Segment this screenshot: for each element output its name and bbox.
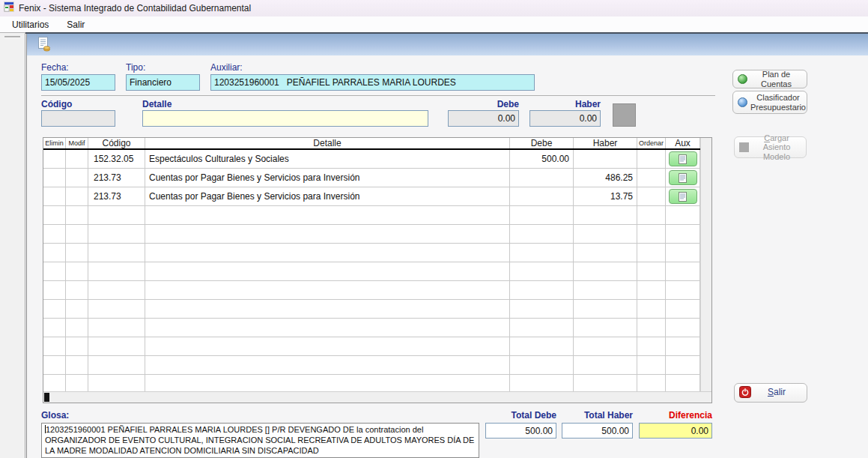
menu-item-utilitarios[interactable]: Utilitarios	[6, 18, 55, 31]
scrollbar-corner	[699, 392, 711, 403]
blue-sphere-icon	[738, 97, 747, 107]
table-row[interactable]: 152.32.05 Espectáculos Culturales y Soci…	[43, 150, 700, 169]
salir-button[interactable]: Salir	[734, 383, 807, 403]
add-entry-button[interactable]	[613, 103, 636, 127]
table-row-empty[interactable]	[43, 206, 700, 225]
fecha-label: Fecha:	[41, 62, 69, 73]
table-row-empty[interactable]	[43, 300, 700, 319]
new-voucher-button[interactable]	[34, 36, 52, 54]
document-icon	[679, 154, 687, 164]
section-separator	[41, 95, 715, 96]
col-header-detalle[interactable]: Detalle	[145, 138, 510, 148]
table-row[interactable]: 213.73 Cuentas por Pagar Bienes y Servic…	[43, 169, 700, 187]
document-icon	[679, 173, 687, 183]
aux-document-button[interactable]	[669, 151, 697, 166]
table-row-empty[interactable]	[43, 225, 700, 244]
table-row-empty[interactable]	[43, 319, 700, 337]
power-icon	[739, 386, 751, 400]
table-row-empty[interactable]	[43, 375, 700, 391]
plan-de-cuentas-button[interactable]: Plan de Cuentas	[732, 70, 807, 88]
grid-body: 152.32.05 Espectáculos Culturales y Soci…	[43, 150, 700, 391]
total-debe-label: Total Debe	[485, 410, 556, 421]
col-header-modif[interactable]: Modif	[66, 138, 88, 148]
green-sphere-icon	[738, 74, 747, 84]
aux-document-button[interactable]	[669, 189, 697, 204]
cargar-asiento-modelo-button[interactable]: Cargar Asiento Modelo	[734, 136, 807, 158]
app-icon	[4, 1, 14, 15]
gray-square-icon	[739, 142, 749, 152]
col-header-haber[interactable]: Haber	[574, 138, 637, 148]
glosa-label: Glosa:	[41, 410, 69, 421]
table-row-empty[interactable]	[43, 244, 700, 262]
table-row[interactable]: 213.73 Cuentas por Pagar Bienes y Servic…	[43, 187, 700, 206]
entries-grid: Elimin Modif Código Detalle Debe Haber O…	[43, 137, 712, 403]
auxiliar-input[interactable]	[210, 74, 535, 91]
total-debe-input[interactable]	[485, 423, 556, 439]
col-header-ordenar[interactable]: Ordenar	[637, 138, 666, 148]
vertical-scrollbar[interactable]	[700, 138, 711, 391]
diferencia-label: Diferencia	[639, 410, 712, 421]
aux-document-button[interactable]	[669, 170, 697, 185]
toolbar	[27, 34, 868, 55]
document-icon	[679, 192, 687, 202]
debe-input[interactable]	[448, 110, 519, 127]
haber-label: Haber	[529, 99, 601, 109]
table-row-empty[interactable]	[43, 356, 700, 375]
table-row-empty[interactable]	[43, 262, 700, 281]
total-haber-label: Total Haber	[562, 410, 633, 421]
left-panel[interactable]	[0, 32, 25, 458]
glosa-textbox[interactable]: 1203251960001 PEÑAFIEL PARRALES MARIA LO…	[41, 423, 479, 458]
grid-header: Elimin Modif Código Detalle Debe Haber O…	[43, 138, 700, 150]
window-title: Fenix - Sistema Integrado de Contabilida…	[19, 3, 251, 13]
col-header-codigo[interactable]: Código	[88, 138, 145, 148]
menubar: Utilitarios Salir	[0, 16, 868, 32]
detalle-label: Detalle	[142, 99, 172, 109]
auxiliar-label: Auxiliar:	[210, 62, 243, 73]
tipo-label: Tipo:	[126, 62, 145, 73]
codigo-label: Código	[41, 99, 72, 109]
haber-input[interactable]	[529, 110, 601, 127]
col-header-aux[interactable]: Aux	[666, 138, 700, 148]
horizontal-scrollbar-thumb[interactable]	[44, 393, 49, 402]
document-coins-icon	[36, 36, 52, 55]
menu-item-salir[interactable]: Salir	[61, 18, 91, 31]
table-row-empty[interactable]	[43, 281, 700, 300]
fecha-input[interactable]	[41, 74, 115, 91]
panel-grabber-handle[interactable]	[4, 36, 20, 39]
diferencia-input[interactable]	[639, 423, 712, 439]
detalle-input[interactable]	[142, 110, 428, 127]
total-haber-input[interactable]	[562, 423, 633, 439]
horizontal-scrollbar[interactable]	[43, 392, 699, 403]
clasificador-presupuestario-button[interactable]: Clasificador Presupuestario	[732, 91, 807, 114]
tipo-input[interactable]	[126, 74, 200, 91]
debe-label: Debe	[448, 99, 519, 109]
codigo-input[interactable]	[41, 110, 115, 127]
col-header-elimin[interactable]: Elimin	[43, 138, 66, 148]
col-header-debe[interactable]: Debe	[510, 138, 574, 148]
window-titlebar: Fenix - Sistema Integrado de Contabilida…	[0, 0, 868, 16]
table-row-empty[interactable]	[43, 337, 700, 356]
